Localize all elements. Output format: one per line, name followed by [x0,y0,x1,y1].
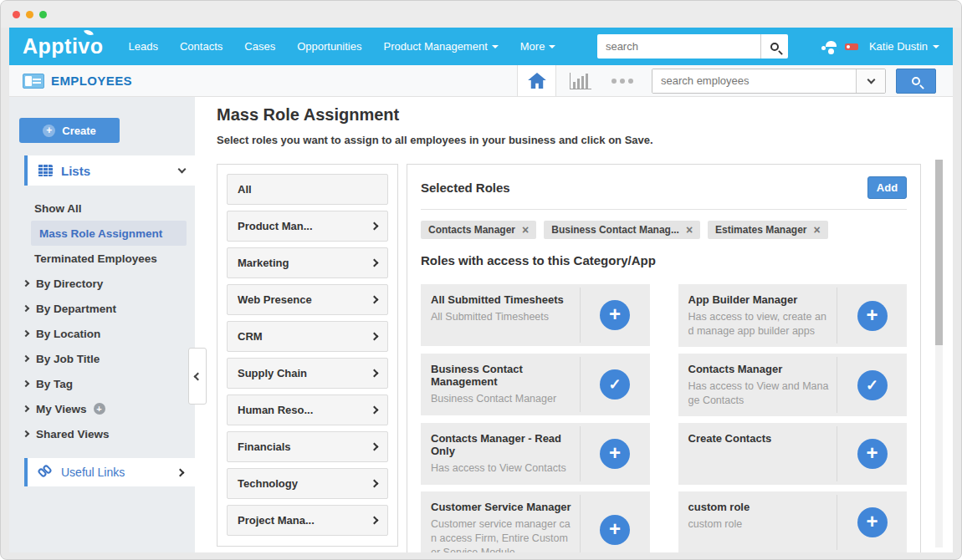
nav-menu-item-label: Leads [129,40,158,53]
assign-role-button[interactable]: + [600,300,630,330]
global-search-input[interactable] [597,34,760,59]
app-title: EMPLOYEES [51,74,132,88]
category-item[interactable]: All [227,174,388,205]
sidebar-collapse-handle[interactable] [188,348,207,405]
remove-chip-icon[interactable]: × [686,225,693,235]
content-area: + Create Lists Show All [9,97,953,552]
status-dot [821,46,826,50]
link-icon [38,466,53,478]
chevron-right-icon [371,222,379,231]
user-name: Katie Dustin [869,40,928,53]
sidebar-item[interactable]: By Tag [31,371,187,396]
category-label: Product Man... [238,220,313,232]
role-card: Contacts Manager Has access to View and … [678,354,908,416]
sidebar-item-label: By Job Title [36,353,100,365]
sidebar-item[interactable]: Show All [31,196,187,221]
chevron-right-icon [23,280,29,287]
role-action: ✓ [837,357,907,413]
nav-menu-dropdown-label: Product Management [383,40,487,53]
nav-menu-item-label: Opportunities [297,40,361,53]
sidebar-item[interactable]: By Directory [31,271,187,296]
scrollbar-thumb[interactable] [935,160,943,345]
employee-search-input[interactable] [652,69,856,93]
remove-chip-icon[interactable]: × [814,225,821,235]
category-item[interactable]: CRM [227,321,388,352]
ellipsis-icon[interactable] [611,79,633,84]
zoom-dot[interactable] [39,11,47,18]
role-description: All Submitted Timesheets [431,310,573,324]
sidebar-useful-links[interactable]: Useful Links [24,458,195,486]
nav-menu-item[interactable]: Leads [129,40,158,53]
role-chip-label: Business Contact Manag... [551,224,679,236]
global-search [597,34,788,59]
category-item[interactable]: Human Reso... [227,395,388,425]
assign-role-button[interactable]: + [857,301,888,331]
category-label: Web Presence [238,293,312,306]
category-item[interactable]: Supply Chain [227,358,388,389]
nav-menu-dropdown[interactable]: More [520,40,556,53]
add-role-button[interactable]: Add [867,176,907,199]
category-item[interactable]: Technology [227,468,388,499]
sidebar-item-label: Show All [34,202,82,215]
apptivo-logo[interactable]: Apptivo [23,34,104,59]
remove-chip-icon[interactable]: × [522,225,529,235]
role-title: App Builder Manager [688,293,831,306]
role-info: App Builder Manager Has access to view, … [678,284,837,347]
plus-icon: + [866,512,878,532]
sidebar-item-label: Terminated Employees [34,252,157,265]
nav-menu-dropdown[interactable]: Product Management [383,40,498,53]
assign-role-button[interactable]: + [600,439,630,469]
chevron-right-icon [23,330,29,337]
role-description: Business Contact Manager [431,392,573,406]
nav-menu-item[interactable]: Cases [244,40,275,53]
page-subtitle: Select roles you want to assign to all e… [217,134,653,146]
nav-menu-item[interactable]: Opportunities [297,40,361,53]
employee-search-button[interactable] [896,69,936,94]
sidebar-item[interactable]: My Views + [31,396,187,421]
category-item[interactable]: Product Man... [227,211,388,242]
assign-role-button[interactable]: + [600,515,630,545]
user-menu[interactable]: Katie Dustin [845,40,939,53]
assign-role-button[interactable]: + [857,439,888,469]
home-button[interactable] [517,65,556,96]
top-navigation-bar: Apptivo Leads Contacts Cases Opportuniti… [9,28,953,65]
scrollbar-track[interactable] [935,160,943,547]
bar-chart-icon[interactable] [570,73,591,89]
role-chip-label: Contacts Manager [428,224,515,236]
sidebar-item[interactable]: By Location [31,321,187,346]
sidebar-item[interactable]: By Job Title [31,346,187,371]
role-cards-grid: All Submitted Timesheets All Submitted T… [421,284,907,552]
close-dot[interactable] [13,11,20,18]
role-title: All Submitted Timesheets [431,293,573,306]
sidebar-item[interactable]: Mass Role Assignment [31,221,187,246]
main-panel: Mass Role Assignment Select roles you wa… [195,97,953,552]
assign-role-button[interactable]: ✓ [857,370,888,400]
app-header: EMPLOYEES [9,65,953,97]
category-item[interactable]: Project Mana... [227,505,388,536]
home-icon [528,73,546,89]
minimize-dot[interactable] [26,11,33,18]
plus-icon: + [43,125,55,137]
global-search-button[interactable] [760,34,788,59]
sidebar-item[interactable]: Shared Views [31,421,187,446]
plus-icon: + [609,443,621,463]
chevron-right-icon [371,333,379,341]
chevron-right-icon [371,480,379,488]
sidebar-lists-toggle[interactable]: Lists [24,155,195,186]
role-title: Create Contacts [688,432,831,445]
create-button[interactable]: + Create [19,118,120,143]
search-options-dropdown[interactable] [856,69,885,93]
category-item[interactable]: Financials [227,431,388,462]
sidebar-item[interactable]: Terminated Employees [31,246,187,271]
assign-role-button[interactable]: + [857,507,888,537]
role-action: + [580,426,650,481]
search-icon [912,77,920,85]
caret-down-icon [933,45,939,48]
role-chip-label: Estimates Manager [715,224,806,236]
nav-menu-item[interactable]: Contacts [180,40,223,53]
add-view-icon[interactable]: + [94,403,105,415]
assign-role-button[interactable]: ✓ [600,369,630,400]
category-item[interactable]: Web Presence [227,284,388,315]
sidebar-item[interactable]: By Department [31,296,187,321]
category-item[interactable]: Marketing [227,247,388,278]
